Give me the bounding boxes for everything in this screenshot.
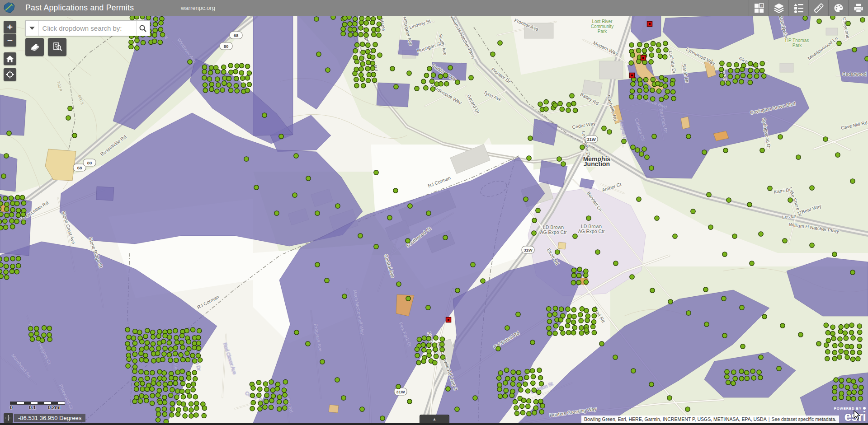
attribute-table-collapsed-bar[interactable] [0,423,868,425]
bookmark-widget-button[interactable] [25,38,44,56]
home-button[interactable] [4,52,16,65]
locate-button[interactable] [4,68,16,81]
svg-text:LD BrownAG Expo Ctr: LD BrownAG Expo Ctr [578,224,605,234]
scale-label-mid: 0.1 [29,405,36,410]
coordinate-readout: -86.531 36.950 Degrees [14,414,85,422]
attribute-table-toggle[interactable]: ▲ [420,415,449,423]
search-input[interactable] [39,21,136,36]
site-subtitle: warrenpc.org [181,0,215,16]
svg-text:68: 68 [77,165,82,170]
locate-icon [6,70,14,79]
home-icon [6,56,14,62]
svg-text:80: 80 [87,160,92,165]
svg-text:31W: 31W [396,389,405,394]
basemap-gallery-button[interactable]: e [749,0,769,16]
chevron-down-icon [29,27,35,30]
svg-text:e: e [760,4,762,8]
crosshair-icon[interactable] [4,413,13,423]
map-attribution: Bowling Green, Esri, HERE, Garmin, INCRE… [581,416,839,423]
scale-label-max: 0.2mi [48,405,61,410]
layers-button[interactable] [769,0,788,16]
svg-text:68: 68 [234,33,239,38]
query-widget-button[interactable] [48,38,66,56]
search-dropdown-button[interactable] [26,21,39,36]
legend-button[interactable] [788,0,808,16]
page-title: Past Applications and Permits [25,0,134,16]
search-submit-button[interactable] [136,21,150,36]
bookmark-icon [30,42,40,51]
svg-text:80: 80 [224,44,229,49]
app-logo-icon [3,1,16,14]
scale-bar-segments [10,402,65,405]
attribution-divider: | [769,416,770,422]
svg-text:31W: 31W [524,248,533,252]
attribution-sources: Bowling Green, Esri, HERE, Garmin, INCRE… [584,416,767,422]
document-search-icon [52,42,62,52]
mouse-cursor-icon [854,410,861,420]
scale-label-0: 0 [10,405,13,410]
app-header: Past Applications and Permits warrenpc.o… [0,0,868,16]
map-canvas[interactable]: 6880688031W31W31WRussellville RdW McLell… [0,0,868,425]
zoom-in-button[interactable]: + [4,21,16,33]
search-bar [25,20,150,36]
scale-bar: 0 0.1 0.2mi [10,402,65,411]
coordinate-widget: -86.531 36.950 Degrees [4,413,85,423]
print-button[interactable] [848,0,868,16]
chevron-up-icon: ▲ [433,417,437,421]
zoom-out-button[interactable]: − [4,34,16,47]
attribution-metadata-link[interactable]: See dataset specific metadata. [771,416,836,422]
search-icon [139,24,147,33]
header-toolbar: e [749,0,868,16]
svg-text:Cedarwood: Cedarwood [842,71,867,77]
measurement-button[interactable] [808,0,828,16]
svg-text:LD BrownAG Expo Ctr: LD BrownAG Expo Ctr [540,224,567,235]
draw-button[interactable] [828,0,848,16]
